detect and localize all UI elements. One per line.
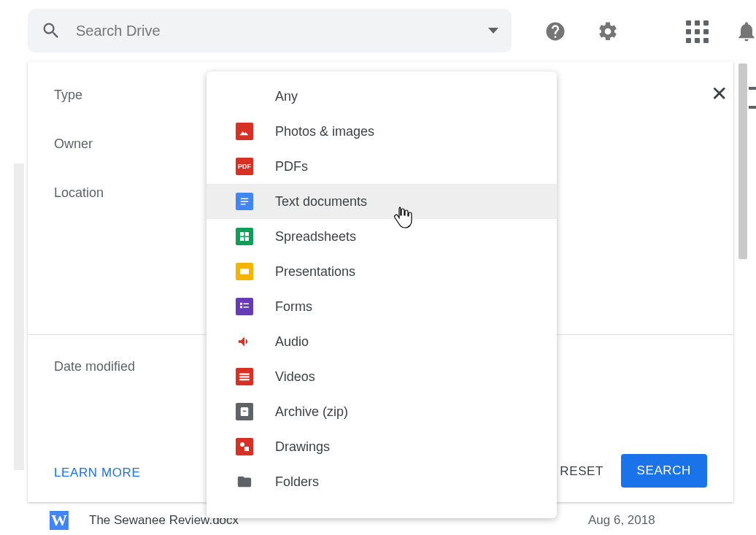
svg-rect-12 <box>239 374 250 375</box>
svg-rect-16 <box>243 411 247 412</box>
type-option-docs[interactable]: Text documents <box>207 184 557 219</box>
notifications-button[interactable] <box>734 19 756 44</box>
archive-icon <box>236 403 253 420</box>
scrollbar-thumb[interactable] <box>738 63 747 259</box>
filter-label-location: Location <box>54 185 156 201</box>
type-option-label: Spreadsheets <box>275 229 356 245</box>
type-option-pdf[interactable]: PDFPDFs <box>207 149 557 184</box>
type-option-archive[interactable]: Archive (zip) <box>207 394 557 429</box>
type-option-photos[interactable]: Photos & images <box>207 114 557 149</box>
type-option-label: Drawings <box>275 439 330 455</box>
type-option-label: Videos <box>275 369 315 385</box>
sheets-icon <box>236 228 253 245</box>
svg-rect-1 <box>241 201 249 202</box>
type-dropdown-menu: AnyPhotos & imagesPDFPDFsText documentsS… <box>207 72 557 518</box>
filter-label-owner: Owner <box>54 136 156 152</box>
type-option-label: Archive (zip) <box>275 404 348 420</box>
type-option-label: Presentations <box>275 264 355 280</box>
details-pane-toggle-edge[interactable] <box>749 87 756 109</box>
type-option-videos[interactable]: Videos <box>207 359 557 394</box>
type-option-label: PDFs <box>275 159 308 174</box>
type-option-audio[interactable]: Audio <box>207 324 557 359</box>
slides-icon <box>236 263 253 280</box>
svg-rect-6 <box>245 237 249 241</box>
svg-rect-8 <box>240 303 242 305</box>
google-apps-button[interactable] <box>684 19 709 44</box>
drawings-icon <box>236 438 253 455</box>
videos-icon <box>236 368 253 385</box>
filter-label-type: Type <box>54 88 156 103</box>
apps-grid-icon <box>686 20 709 43</box>
settings-button[interactable] <box>595 19 620 44</box>
file-date: Aug 6, 2018 <box>588 513 734 528</box>
svg-point-17 <box>240 442 244 447</box>
type-option-drawings[interactable]: Drawings <box>207 429 557 464</box>
svg-rect-3 <box>240 232 244 236</box>
svg-rect-10 <box>240 306 242 308</box>
type-option-label: Forms <box>275 299 312 315</box>
photos-icon <box>236 123 253 140</box>
svg-rect-13 <box>239 376 250 377</box>
type-option-none[interactable]: Any <box>207 79 557 114</box>
search-button[interactable]: SEARCH <box>621 454 707 488</box>
search-icon <box>41 20 61 41</box>
svg-rect-18 <box>244 447 249 451</box>
word-doc-icon: W <box>50 511 69 530</box>
close-icon[interactable]: ✕ <box>711 82 728 106</box>
type-option-forms[interactable]: Forms <box>207 289 557 324</box>
svg-rect-11 <box>244 307 250 308</box>
type-option-label: Any <box>275 89 298 104</box>
folders-icon <box>236 473 253 490</box>
svg-rect-9 <box>244 304 250 305</box>
forms-icon <box>236 298 253 315</box>
type-option-label: Text documents <box>275 194 367 209</box>
type-option-slides[interactable]: Presentations <box>207 254 557 289</box>
type-option-label: Folders <box>275 474 319 490</box>
svg-rect-7 <box>240 269 249 274</box>
search-bar <box>28 9 512 53</box>
help-button[interactable] <box>543 19 568 44</box>
svg-rect-0 <box>241 199 249 200</box>
svg-rect-4 <box>245 232 249 236</box>
reset-button[interactable]: RESET <box>554 455 609 488</box>
svg-rect-2 <box>241 204 246 205</box>
svg-rect-14 <box>239 379 250 380</box>
type-option-label: Photos & images <box>275 124 374 139</box>
background-list-strip <box>14 163 24 470</box>
learn-more-link[interactable]: LEARN MORE <box>54 466 140 480</box>
search-options-dropdown-icon[interactable] <box>488 28 498 34</box>
type-option-folders[interactable]: Folders <box>207 464 557 499</box>
search-input[interactable] <box>76 23 488 39</box>
docs-icon <box>236 193 253 210</box>
type-option-sheets[interactable]: Spreadsheets <box>207 219 557 254</box>
pdf-icon: PDF <box>236 158 253 175</box>
audio-icon <box>236 333 253 350</box>
svg-rect-5 <box>240 237 244 241</box>
type-option-label: Audio <box>275 334 309 350</box>
